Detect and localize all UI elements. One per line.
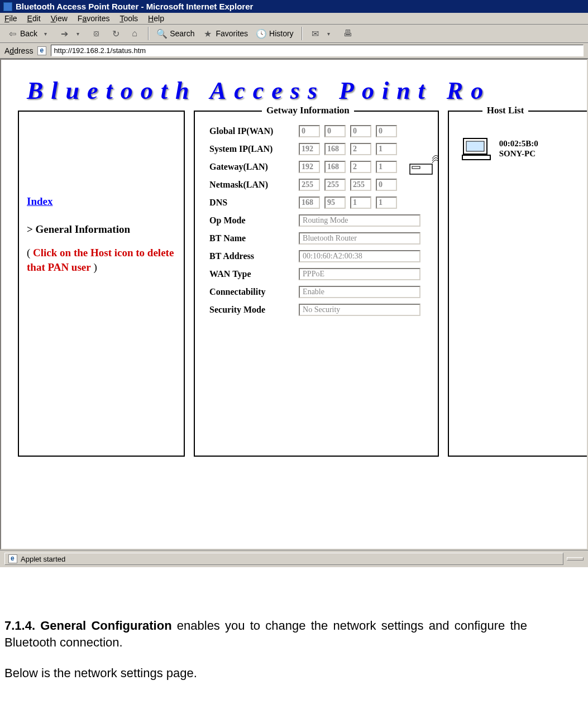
refresh-icon: ↻	[110, 28, 121, 39]
gateway-information-panel: Getway Information Global IP(WAN) Syste	[194, 111, 439, 457]
system-ip-2	[324, 143, 346, 155]
global-ip-label: Global IP(WAN)	[209, 126, 293, 136]
netmask-3	[350, 179, 371, 191]
address-input[interactable]	[51, 45, 584, 56]
menu-favorites[interactable]: Favorites	[78, 14, 110, 23]
host-name: SONY-PC	[499, 148, 538, 159]
print-icon: 🖶	[342, 28, 353, 39]
security-mode-field	[299, 304, 420, 316]
host-mac: 00:02:5B:0	[499, 138, 538, 148]
global-ip-2	[324, 125, 346, 137]
mail-icon: ✉	[310, 28, 321, 39]
system-ip-1	[299, 143, 320, 155]
menu-edit[interactable]: Edit	[27, 14, 41, 23]
gateway-ip-2	[324, 161, 346, 173]
sidebar-panel: Index > General Information ( Click on t…	[18, 111, 185, 457]
window-title: Bluetooth Access Point Router - Microsof…	[16, 2, 253, 11]
window-titlebar: Bluetooth Access Point Router - Microsof…	[0, 0, 588, 13]
status-text: Applet started	[21, 555, 65, 563]
back-button[interactable]: ⇦ Back ▾	[4, 27, 53, 40]
security-mode-label: Security Mode	[209, 305, 293, 315]
doc-heading: 7.1.4. General Configuration	[4, 619, 172, 633]
history-button[interactable]: 🕓History	[254, 27, 296, 40]
stop-icon: ⦻	[91, 28, 102, 39]
host-item[interactable]: 00:02:5B:0 SONY-PC	[461, 136, 581, 161]
doc-p2: Below is the network settings page.	[4, 665, 527, 682]
bt-address-label: BT Address	[209, 251, 293, 261]
dropdown-icon[interactable]: ▾	[323, 28, 334, 39]
menu-bar: File Edit View Favorites Tools Help	[0, 13, 588, 25]
netmask-label: Netmask(LAN)	[209, 180, 293, 190]
computer-icon	[461, 136, 491, 161]
history-label: History	[269, 29, 294, 38]
browser-viewport: Bluetooth Access Point Ro Index > Genera…	[0, 59, 588, 550]
page-icon	[8, 554, 17, 563]
netmask-2	[324, 179, 346, 191]
page-banner: Bluetooth Access Point Ro	[1, 60, 587, 111]
forward-arrow-icon: ➔	[59, 28, 70, 39]
svg-rect-0	[410, 164, 432, 174]
gateway-legend: Getway Information	[262, 105, 354, 116]
system-ip-4	[376, 143, 397, 155]
refresh-button[interactable]: ↻	[108, 27, 123, 40]
general-information-heading: > General Information	[27, 223, 176, 236]
hint-text: ( Click on the Host icon to delete that …	[27, 246, 176, 274]
menu-view[interactable]: View	[51, 14, 68, 23]
back-arrow-icon: ⇦	[7, 28, 18, 39]
op-mode-field	[299, 214, 420, 227]
address-bar: Address	[0, 43, 588, 59]
connectability-label: Connectability	[209, 287, 293, 297]
netmask-4	[376, 179, 397, 191]
history-icon: 🕓	[256, 28, 267, 39]
print-button[interactable]: 🖶	[340, 27, 356, 40]
gateway-ip-3	[350, 161, 371, 173]
system-ip-label: System IP(LAN)	[209, 144, 293, 154]
menu-tools[interactable]: Tools	[119, 14, 138, 23]
search-label: Search	[170, 29, 194, 38]
bt-name-field	[299, 232, 420, 245]
mail-button[interactable]: ✉▾	[308, 27, 337, 40]
toolbar: ⇦ Back ▾ ➔ ▾ ⦻ ↻ ⌂ 🔍Search ★Favorites 🕓H…	[0, 25, 588, 43]
host-list-panel: Host List 00:02:5B:0 SONY-PC	[448, 111, 587, 457]
dns-2	[324, 197, 346, 209]
ie-logo-icon	[3, 2, 12, 11]
system-ip-3	[350, 143, 371, 155]
favorites-button[interactable]: ★Favorites	[200, 27, 250, 40]
page-icon	[37, 46, 46, 55]
router-icon	[409, 151, 440, 176]
favorites-icon: ★	[202, 28, 213, 39]
svg-rect-4	[462, 155, 490, 160]
global-ip-3	[350, 125, 371, 137]
toolbar-separator	[148, 27, 149, 40]
search-button[interactable]: 🔍Search	[154, 27, 197, 40]
document-text: 7.1.4. General Configuration enables you…	[0, 567, 547, 682]
status-bar: Applet started	[0, 550, 588, 567]
home-button[interactable]: ⌂	[127, 27, 142, 40]
svg-rect-3	[466, 141, 484, 151]
dropdown-icon[interactable]: ▾	[40, 28, 51, 39]
connectability-field	[299, 286, 420, 298]
op-mode-label: Op Mode	[209, 215, 293, 226]
stop-button[interactable]: ⦻	[89, 27, 104, 40]
address-label: Address	[4, 46, 33, 55]
toolbar-separator	[302, 27, 302, 40]
home-icon: ⌂	[129, 28, 140, 39]
dns-1	[299, 197, 320, 209]
dropdown-icon[interactable]: ▾	[72, 28, 83, 39]
netmask-1	[299, 179, 320, 191]
status-cell-extra	[567, 557, 584, 561]
search-icon: 🔍	[156, 28, 168, 39]
gateway-ip-4	[376, 161, 397, 173]
host-list-legend: Host List	[482, 105, 529, 116]
forward-button[interactable]: ➔ ▾	[56, 27, 85, 40]
index-link[interactable]: Index	[27, 195, 176, 208]
bt-name-label: BT Name	[209, 233, 293, 243]
wan-type-field	[299, 268, 420, 280]
gateway-ip-label: Gateway(LAN)	[209, 162, 293, 172]
global-ip-4	[376, 125, 397, 137]
dns-4	[376, 197, 397, 209]
global-ip-1	[299, 125, 320, 137]
wan-type-label: WAN Type	[209, 269, 293, 279]
menu-file[interactable]: File	[4, 14, 17, 23]
menu-help[interactable]: Help	[148, 14, 164, 23]
